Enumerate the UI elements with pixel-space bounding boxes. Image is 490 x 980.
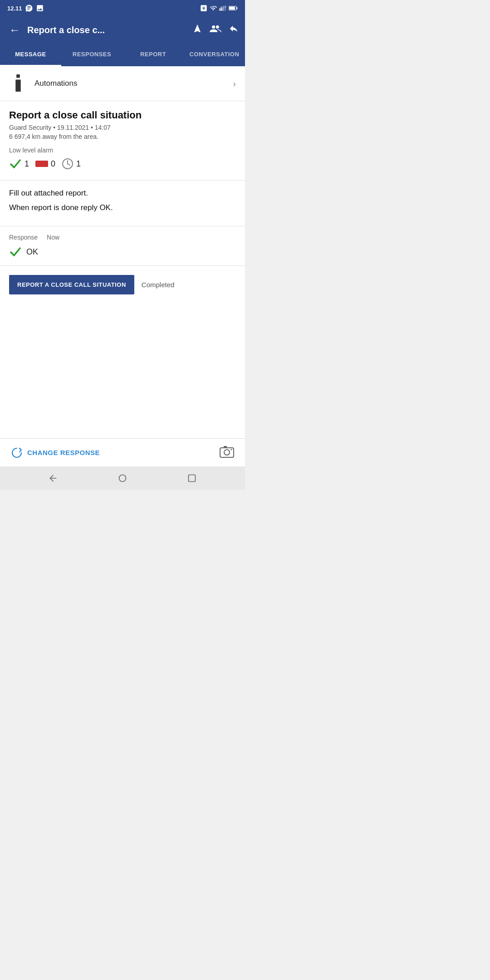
dash-count: 0 <box>51 159 55 169</box>
report-button-section: REPORT A CLOSE CALL SITUATION Completed <box>0 266 245 304</box>
response-col1: Response <box>9 234 38 241</box>
automations-chevron: › <box>233 78 236 89</box>
report-close-call-button[interactable]: REPORT A CLOSE CALL SITUATION <box>9 275 134 294</box>
svg-rect-19 <box>189 475 196 482</box>
response-col2: Now <box>47 234 59 241</box>
message-distance: 6 697,4 km away from the area. <box>9 133 236 140</box>
automations-icon <box>9 74 27 93</box>
nav-back-button[interactable] <box>48 473 59 484</box>
svg-point-17 <box>231 449 232 450</box>
content-area: Automations › Report a close call situat… <box>0 66 245 438</box>
check-count: 1 <box>24 159 29 169</box>
tab-message[interactable]: MESSAGE <box>0 44 61 66</box>
tab-conversation[interactable]: CONVERSATION <box>184 44 245 66</box>
messenger-icon <box>25 4 33 12</box>
svg-rect-9 <box>16 74 20 78</box>
response-item: OK <box>9 245 236 258</box>
svg-rect-6 <box>236 7 237 9</box>
check-stat: 1 <box>9 157 29 170</box>
refresh-icon <box>11 447 23 459</box>
response-section: Response Now OK <box>0 226 245 266</box>
status-left: 12.11 <box>7 4 44 12</box>
message-body: Fill out attached report. When report is… <box>0 181 245 226</box>
reply-icon[interactable] <box>229 24 239 36</box>
message-card: Report a close call situation Guard Secu… <box>0 101 245 181</box>
status-right <box>200 5 238 12</box>
wifi-icon <box>210 5 217 12</box>
message-meta: Guard Security • 19.11.2021 • 14:07 <box>9 124 236 131</box>
signal-icon <box>219 5 226 12</box>
dash-icon <box>35 161 48 167</box>
tab-responses[interactable]: RESPONSES <box>61 44 122 66</box>
app-bar: ← Report a close c... <box>0 16 245 44</box>
svg-point-15 <box>224 450 230 455</box>
svg-point-8 <box>216 25 219 29</box>
status-bar: 12.11 <box>0 0 245 16</box>
response-value: OK <box>26 247 38 257</box>
camera-button[interactable] <box>220 446 234 460</box>
tab-report[interactable]: REPORT <box>122 44 184 66</box>
app-bar-actions <box>192 24 239 36</box>
automations-label: Automations <box>34 79 233 88</box>
tab-bar: MESSAGE RESPONSES REPORT CONVERSATION <box>0 44 245 66</box>
battery-icon <box>229 5 238 12</box>
svg-line-13 <box>68 164 70 165</box>
message-text-line1: Fill out attached report. <box>9 189 236 198</box>
change-response-button[interactable]: CHANGE RESPONSE <box>11 447 100 459</box>
svg-rect-5 <box>229 7 235 10</box>
nav-home-button[interactable] <box>117 473 128 484</box>
svg-rect-10 <box>15 79 20 92</box>
message-text-line2: When report is done reply OK. <box>9 203 236 212</box>
change-response-label: CHANGE RESPONSE <box>27 449 100 456</box>
svg-rect-1 <box>221 7 223 11</box>
alarm-stats: 1 0 1 <box>9 157 236 170</box>
message-title: Report a close call situation <box>9 109 236 121</box>
completed-label: Completed <box>142 281 175 289</box>
dash-stat: 0 <box>35 159 55 169</box>
group-icon[interactable] <box>210 24 221 36</box>
svg-rect-0 <box>220 8 221 11</box>
automations-row[interactable]: Automations › <box>0 66 245 101</box>
navigation-icon[interactable] <box>192 24 202 36</box>
bottom-action-bar: CHANGE RESPONSE <box>0 438 245 466</box>
clock-stat: 1 <box>62 158 81 170</box>
clock-count: 1 <box>76 159 81 169</box>
image-icon <box>36 4 44 12</box>
nfc-icon <box>200 5 207 12</box>
svg-rect-16 <box>224 446 227 448</box>
android-nav-bar <box>0 466 245 490</box>
response-header: Response Now <box>9 234 236 241</box>
svg-rect-2 <box>223 6 225 11</box>
svg-rect-3 <box>225 5 226 11</box>
check-icon <box>9 157 22 170</box>
clock-icon <box>62 158 74 170</box>
app-bar-title: Report a close c... <box>27 25 188 35</box>
back-button[interactable]: ← <box>6 21 23 39</box>
status-time: 12.11 <box>7 5 22 12</box>
svg-point-7 <box>212 25 215 29</box>
svg-point-18 <box>119 475 126 482</box>
nav-recent-button[interactable] <box>186 473 197 484</box>
response-check-icon <box>9 245 22 258</box>
alarm-label: Low level alarm <box>9 147 236 154</box>
